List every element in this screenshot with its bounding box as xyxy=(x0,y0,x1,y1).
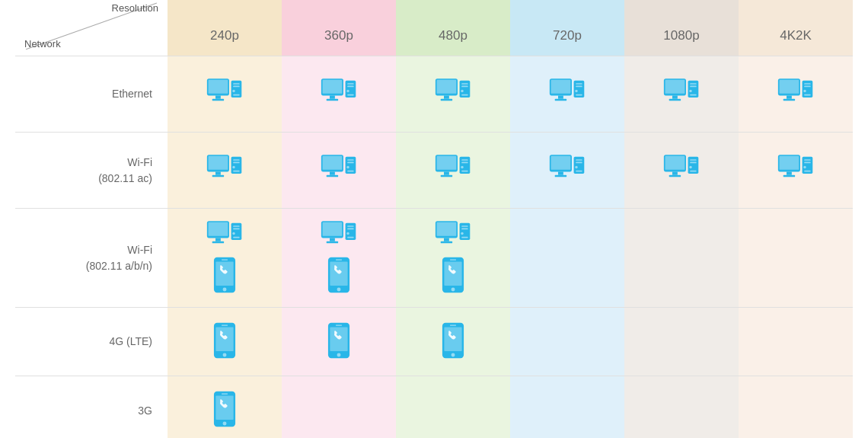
svg-rect-84 xyxy=(558,171,563,174)
cell-r4-c0 xyxy=(168,376,282,438)
desktop-icon xyxy=(206,220,243,254)
svg-rect-22 xyxy=(441,98,452,101)
network-label: Network xyxy=(24,38,61,50)
svg-rect-72 xyxy=(347,170,354,171)
svg-rect-7 xyxy=(233,85,240,87)
svg-rect-75 xyxy=(444,171,449,174)
svg-point-62 xyxy=(232,165,235,168)
svg-rect-20 xyxy=(437,80,457,94)
svg-rect-125 xyxy=(327,241,338,243)
res-label-4k2k: 4K2K xyxy=(742,21,850,50)
svg-point-80 xyxy=(461,165,463,168)
svg-rect-143 xyxy=(461,236,468,238)
svg-rect-56 xyxy=(209,156,228,170)
cell-r2-c0 xyxy=(168,209,282,308)
svg-rect-93 xyxy=(672,171,678,174)
svg-rect-85 xyxy=(555,174,566,177)
svg-rect-15 xyxy=(347,83,354,85)
cell-r4-c5 xyxy=(739,376,853,438)
phone-icon xyxy=(212,257,237,296)
svg-rect-24 xyxy=(461,83,468,85)
header-label-cell: Resolution Network xyxy=(15,0,168,56)
svg-point-44 xyxy=(689,89,691,91)
svg-rect-110 xyxy=(209,222,228,236)
desktop-icon xyxy=(663,154,700,187)
svg-rect-66 xyxy=(330,171,335,174)
cell-r1-c1 xyxy=(282,133,396,209)
row-label-2: Wi-Fi(802.11 a/b/n) xyxy=(15,209,168,308)
svg-rect-140 xyxy=(461,225,468,227)
svg-rect-121 xyxy=(222,259,228,261)
row-label-4: 3G xyxy=(15,376,168,438)
svg-rect-4 xyxy=(212,98,224,101)
cell-r4-c1 xyxy=(282,376,396,438)
row-main-label: 4G (LTE) xyxy=(109,335,152,347)
desktop-icon xyxy=(777,78,814,111)
svg-rect-70 xyxy=(347,161,354,163)
res-label-480p: 480p xyxy=(399,21,507,50)
svg-rect-29 xyxy=(551,80,571,94)
cell-r1-c5 xyxy=(739,133,853,209)
svg-rect-147 xyxy=(450,259,456,261)
svg-point-71 xyxy=(346,165,349,168)
svg-rect-65 xyxy=(323,156,343,170)
svg-point-158 xyxy=(452,353,455,356)
cell-r2-c4 xyxy=(624,209,739,308)
svg-rect-102 xyxy=(787,171,792,174)
svg-rect-25 xyxy=(461,85,468,87)
row-main-label: Wi-Fi xyxy=(127,156,152,168)
svg-rect-31 xyxy=(555,98,566,101)
svg-point-53 xyxy=(803,89,806,91)
icon-group-r1-c0 xyxy=(206,154,243,187)
row-main-label: Ethernet xyxy=(112,88,152,100)
phone-icon xyxy=(441,257,465,296)
desktop-icon xyxy=(435,78,471,111)
row-sub-label: (802.11 a/b/n) xyxy=(86,260,152,272)
cell-r3-c0 xyxy=(168,308,282,376)
svg-rect-69 xyxy=(347,159,354,161)
svg-rect-40 xyxy=(669,98,681,101)
svg-rect-97 xyxy=(690,161,697,163)
svg-point-120 xyxy=(223,287,227,291)
svg-rect-111 xyxy=(215,238,221,241)
svg-rect-12 xyxy=(330,95,335,98)
table-row: 4G (LTE) xyxy=(15,308,853,376)
svg-rect-3 xyxy=(215,95,221,98)
svg-rect-21 xyxy=(444,95,449,98)
svg-rect-112 xyxy=(212,241,224,243)
svg-rect-83 xyxy=(551,156,571,170)
svg-rect-101 xyxy=(780,156,799,170)
svg-rect-138 xyxy=(441,241,452,243)
icon-group-r0-c2 xyxy=(435,78,471,111)
icon-group-r0-c4 xyxy=(663,78,700,111)
icon-group-r2-c0 xyxy=(206,220,243,296)
svg-rect-16 xyxy=(347,85,354,87)
svg-rect-13 xyxy=(327,98,338,101)
cell-r0-c0 xyxy=(168,56,282,133)
row-sub-label: (802.11 ac) xyxy=(98,172,152,184)
res-label-1080p: 1080p xyxy=(627,21,736,50)
resolution-label: Resolution xyxy=(112,2,158,14)
svg-rect-94 xyxy=(669,174,681,177)
svg-point-17 xyxy=(346,89,349,91)
svg-rect-88 xyxy=(576,161,582,163)
phone-icon xyxy=(441,322,465,362)
main-container: Resolution Network 240p 360p 480p 720p xyxy=(15,0,853,438)
cell-r0-c2 xyxy=(396,56,510,133)
svg-rect-134 xyxy=(336,259,342,261)
svg-rect-54 xyxy=(804,94,811,95)
svg-rect-155 xyxy=(336,325,342,326)
icon-group-r3-c0 xyxy=(212,322,237,362)
svg-rect-38 xyxy=(665,80,685,94)
cell-r0-c4 xyxy=(624,56,739,133)
svg-rect-67 xyxy=(327,174,338,177)
cell-r4-c2 xyxy=(396,376,510,438)
svg-point-150 xyxy=(223,353,227,356)
svg-rect-48 xyxy=(787,95,792,98)
svg-rect-43 xyxy=(690,85,697,87)
icon-group-r1-c3 xyxy=(549,154,586,187)
svg-point-133 xyxy=(337,287,341,291)
svg-rect-6 xyxy=(233,83,240,85)
svg-rect-52 xyxy=(804,85,811,87)
table-row: Ethernet xyxy=(15,56,853,133)
